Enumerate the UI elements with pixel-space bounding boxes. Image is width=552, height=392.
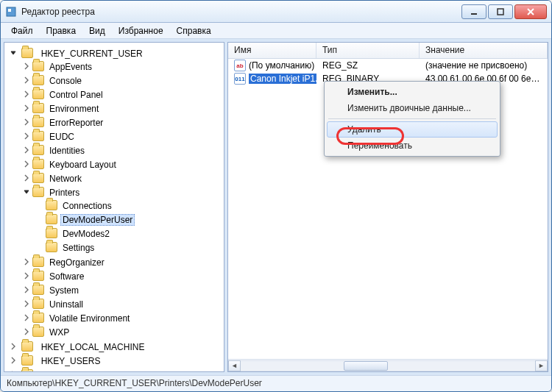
scroll-thumb[interactable] [344,361,388,371]
folder-icon [21,369,33,372]
expand-icon[interactable] [35,201,44,210]
expand-icon[interactable] [9,356,18,365]
tree-node[interactable]: Console [22,73,222,87]
tree-label: Volatile Environment [47,313,132,324]
list-body[interactable]: ab(По умолчанию)REG_SZ(значение не присв… [228,59,548,359]
expand-icon[interactable] [22,174,31,182]
folder-icon [32,145,44,155]
expand-icon[interactable] [22,104,31,113]
horizontal-scrollbar[interactable]: ◄ ► [228,359,548,371]
value-name: Canon Inkjet iP1... [249,74,316,84]
expand-icon[interactable] [35,243,44,252]
tree-node-hkcu[interactable]: HKEY_CURRENT_USER AppEventsConsoleContro… [9,46,222,339]
expand-icon[interactable] [22,132,31,140]
svg-rect-2 [498,9,503,15]
tree-label: DevModePerUser [60,214,135,226]
tree-node[interactable]: Settings [35,240,222,254]
window: Редактор реестра Файл Правка Вид Избранн… [0,0,552,392]
expand-icon[interactable] [22,285,31,294]
tree-node-hklm[interactable]: HKEY_LOCAL_MACHINE [9,339,222,353]
tree-node[interactable]: Identities [22,143,222,157]
scroll-right-button[interactable]: ► [535,360,548,371]
expand-icon[interactable] [22,188,31,196]
expand-icon[interactable] [9,49,18,57]
tree-node[interactable]: Network [22,171,222,185]
context-menu-item[interactable]: Изменить... [327,84,498,100]
expand-icon[interactable] [22,62,31,71]
expand-icon[interactable] [22,118,31,126]
expand-icon[interactable] [22,160,31,168]
expand-icon[interactable] [22,90,31,99]
tree-node[interactable]: ErrorReporter [22,115,222,129]
context-menu-item[interactable]: Переименовать [327,138,498,154]
menu-edit[interactable]: Правка [40,24,82,38]
expand-icon[interactable] [9,342,18,351]
col-header-value[interactable]: Значение [420,43,548,58]
tree-node[interactable]: Control Panel [22,87,222,101]
tree-node[interactable]: Environment [22,101,222,115]
tree-node[interactable]: EUDC [22,129,222,143]
values-pane: Имя Тип Значение ab(По умолчанию)REG_SZ(… [227,42,548,372]
close-button[interactable] [514,4,547,19]
tree-node[interactable]: WXP [22,324,222,338]
value-data: (значение не присвоено) [420,60,548,71]
tree-node[interactable]: Uninstall [22,296,222,310]
menu-file[interactable]: Файл [5,24,39,38]
expand-icon[interactable] [22,271,31,280]
tree-node-hku[interactable]: HKEY_USERS [9,353,222,367]
tree-label: Console [47,75,84,87]
context-menu-item[interactable]: Изменить двоичные данные... [327,100,498,116]
tree-node[interactable]: AppEvents [22,59,222,73]
tree-node[interactable]: Keyboard Layout [22,157,222,171]
expand-icon[interactable] [35,215,44,224]
tree-label: Settings [60,242,96,254]
scroll-track[interactable] [241,360,535,371]
menu-favorites[interactable]: Избранное [113,24,169,38]
tree-label: Keyboard Layout [47,159,118,171]
tree-node[interactable]: Software [22,268,222,282]
context-menu-item[interactable]: Удалить [327,121,498,138]
folder-icon [32,327,44,337]
menu-view[interactable]: Вид [83,24,111,38]
scroll-left-button[interactable]: ◄ [228,360,241,371]
tree-node-hkcc[interactable]: HKEY_CURRENT_CONFIG [9,367,222,372]
col-header-name[interactable]: Имя [228,43,316,58]
folder-icon [32,103,44,113]
tree-label: RegOrganizer [47,257,107,268]
tree-label: Printers [47,187,82,199]
tree-node[interactable]: DevModes2 [35,226,222,240]
expand-icon[interactable] [22,257,31,266]
expand-icon[interactable] [22,146,31,154]
expand-icon[interactable] [22,313,31,322]
folder-icon [46,214,57,224]
tree-node[interactable]: System [22,282,222,296]
value-row[interactable]: ab(По умолчанию)REG_SZ(значение не присв… [228,59,548,72]
string-value-icon: ab [234,60,246,71]
registry-tree: HKEY_CURRENT_USER AppEventsConsoleContro… [6,46,222,372]
expand-icon[interactable] [9,370,18,372]
col-header-type[interactable]: Тип [316,43,420,58]
maximize-button[interactable] [488,4,513,19]
folder-icon [32,131,44,141]
statusbar: Компьютер\HKEY_CURRENT_USER\Printers\Dev… [1,375,551,391]
tree-node[interactable]: DevModePerUser [35,212,222,226]
value-name: (По умолчанию) [249,60,314,71]
expand-icon[interactable] [35,229,44,238]
tree-label: Identities [47,145,87,157]
tree-node[interactable]: Connections [35,198,222,212]
tree-label: EUDC [47,131,77,143]
minimize-button[interactable] [461,4,486,19]
tree-pane[interactable]: HKEY_CURRENT_USER AppEventsConsoleContro… [4,42,224,372]
tree-node[interactable]: RegOrganizer [22,254,222,268]
tree-node[interactable]: Volatile Environment [22,310,222,324]
folder-icon [32,61,44,71]
folder-icon [32,89,44,99]
tree-node[interactable]: PrintersConnectionsDevModePerUserDevMode… [22,185,222,254]
expand-icon[interactable] [22,76,31,85]
body: HKEY_CURRENT_USER AppEventsConsoleContro… [4,42,548,372]
menu-help[interactable]: Справка [171,24,217,38]
folder-icon [21,48,33,58]
expand-icon[interactable] [22,299,31,308]
expand-icon[interactable] [22,327,31,336]
binary-value-icon: 011 [234,73,246,85]
